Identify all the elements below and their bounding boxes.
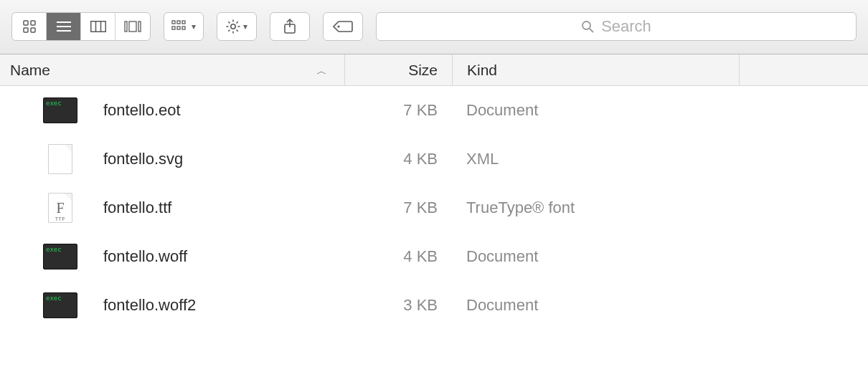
file-name: fontello.eot	[103, 101, 181, 120]
svg-line-26	[237, 22, 238, 23]
file-size: 4 KB	[344, 247, 452, 266]
file-name: fontello.woff2	[103, 296, 196, 315]
list-icon	[57, 21, 71, 32]
header-kind[interactable]: Kind	[452, 54, 739, 85]
file-size: 7 KB	[344, 101, 452, 120]
file-kind: XML	[452, 150, 854, 168]
svg-rect-15	[182, 21, 185, 24]
gallery-view-button[interactable]	[115, 13, 150, 40]
svg-rect-16	[172, 27, 175, 29]
svg-rect-1	[31, 21, 35, 25]
svg-line-24	[228, 22, 230, 23]
header-size[interactable]: Size	[344, 54, 452, 85]
file-name-cell: fontello.woff2	[0, 290, 344, 320]
sort-ascending-icon: 〈	[314, 65, 327, 75]
svg-line-27	[228, 29, 230, 31]
finder-toolbar: ▾ ▾	[0, 0, 868, 54]
view-mode-group	[11, 12, 151, 41]
file-kind: TrueType® font	[452, 199, 854, 217]
file-kind: Document	[452, 247, 854, 266]
arrange-icon	[171, 20, 189, 33]
file-name-cell: FTTFfontello.ttf	[0, 193, 344, 223]
file-size: 7 KB	[344, 199, 452, 217]
share-icon	[283, 19, 296, 34]
search-placeholder: Search	[601, 17, 651, 36]
exec-file-icon	[43, 292, 77, 318]
svg-rect-2	[24, 28, 28, 32]
columns-icon	[90, 21, 106, 32]
file-row[interactable]: fontello.eot7 KBDocument	[0, 86, 868, 135]
list-view-button[interactable]	[47, 13, 81, 40]
tags-button[interactable]	[323, 12, 363, 41]
share-button[interactable]	[270, 12, 310, 41]
tag-icon	[333, 20, 353, 33]
svg-point-19	[231, 24, 235, 28]
file-size: 3 KB	[344, 296, 452, 315]
header-kind-label: Kind	[467, 62, 497, 79]
column-view-button[interactable]	[81, 13, 115, 40]
svg-point-30	[337, 25, 339, 27]
file-size: 4 KB	[344, 150, 452, 168]
svg-rect-18	[182, 27, 185, 29]
header-extra[interactable]	[739, 54, 868, 85]
chevron-down-icon: ▾	[243, 22, 247, 32]
file-row[interactable]: FTTFfontello.ttf7 KBTrueType® font	[0, 183, 868, 232]
svg-rect-3	[31, 28, 35, 32]
file-name-cell: fontello.eot	[0, 95, 344, 125]
file-name: fontello.woff	[103, 247, 187, 266]
svg-rect-13	[172, 21, 175, 24]
file-row[interactable]: fontello.woff4 KBDocument	[0, 232, 868, 281]
file-list: fontello.eot7 KBDocumentfontello.svg4 KB…	[0, 86, 868, 330]
header-name[interactable]: Name 〈	[0, 62, 344, 79]
icon-view-button[interactable]	[12, 13, 47, 40]
arrange-button[interactable]: ▾	[164, 12, 204, 41]
search-icon	[581, 20, 594, 33]
file-name: fontello.ttf	[103, 199, 171, 217]
file-name-cell: fontello.svg	[0, 144, 344, 174]
file-name-cell: fontello.woff	[0, 242, 344, 272]
file-name: fontello.svg	[103, 150, 183, 168]
svg-line-32	[590, 29, 593, 32]
svg-rect-11	[129, 22, 136, 32]
file-row[interactable]: fontello.woff23 KBDocument	[0, 281, 868, 330]
exec-file-icon	[43, 244, 77, 269]
file-kind: Document	[452, 296, 854, 315]
search-field[interactable]: Search	[376, 12, 857, 41]
svg-rect-17	[177, 27, 180, 29]
header-name-label: Name	[10, 62, 50, 79]
file-row[interactable]: fontello.svg4 KBXML	[0, 135, 868, 183]
header-size-label: Size	[408, 62, 438, 79]
chevron-down-icon: ▾	[192, 22, 196, 32]
exec-file-icon	[43, 97, 77, 123]
svg-rect-12	[138, 22, 141, 32]
document-file-icon	[48, 144, 72, 174]
file-kind: Document	[452, 101, 854, 120]
grid-icon	[23, 20, 36, 33]
action-button[interactable]: ▾	[217, 12, 257, 41]
ttf-file-icon: FTTF	[48, 193, 72, 223]
svg-point-31	[582, 22, 590, 29]
column-headers: Name 〈 Size Kind	[0, 54, 868, 86]
coverflow-icon	[124, 21, 141, 32]
svg-rect-7	[90, 21, 105, 32]
svg-line-25	[237, 29, 238, 31]
svg-rect-0	[24, 21, 28, 25]
svg-rect-10	[125, 22, 127, 32]
gear-icon	[226, 19, 240, 34]
svg-rect-14	[177, 21, 180, 24]
